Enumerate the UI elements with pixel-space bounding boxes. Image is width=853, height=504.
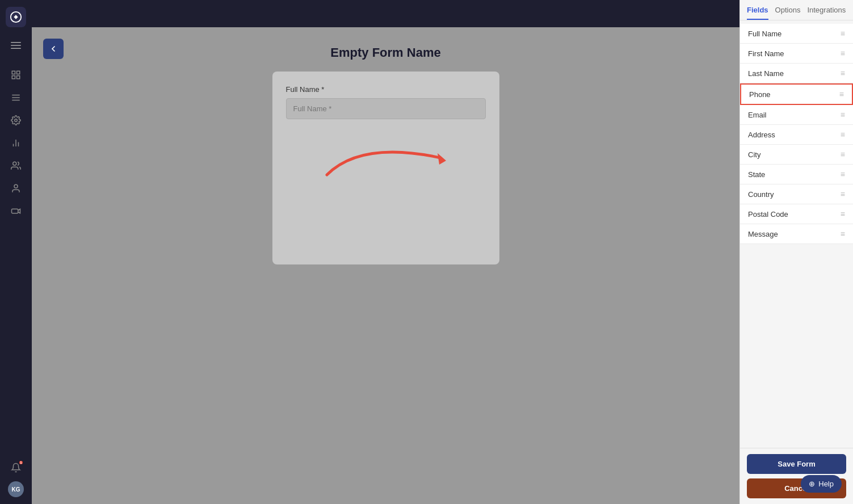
form-card: Full Name * xyxy=(272,72,499,264)
notification-icon[interactable]: 1 xyxy=(7,459,25,477)
drag-icon: ≡ xyxy=(841,170,845,179)
svg-point-15 xyxy=(13,162,16,165)
svg-rect-2 xyxy=(11,45,21,46)
sidebar-item-list[interactable] xyxy=(7,89,25,107)
drag-icon: ≡ xyxy=(841,190,845,199)
svg-rect-17 xyxy=(12,209,18,213)
sidebar-item-settings[interactable] xyxy=(7,111,25,129)
svg-rect-4 xyxy=(12,71,15,74)
field-item-email[interactable]: Email≡ xyxy=(740,105,853,125)
field-item-label: Postal Code xyxy=(748,210,788,219)
drag-icon: ≡ xyxy=(841,150,845,159)
drag-icon: ≡ xyxy=(841,229,845,238)
field-item-state[interactable]: State≡ xyxy=(740,165,853,184)
field-item-full-name[interactable]: Full Name≡ xyxy=(740,24,853,44)
save-form-button[interactable]: Save Form xyxy=(747,454,846,474)
top-bar xyxy=(32,0,739,27)
drag-icon: ≡ xyxy=(841,29,845,38)
help-button[interactable]: ⊕ Help xyxy=(801,475,842,493)
svg-point-16 xyxy=(14,184,18,188)
help-label: Help xyxy=(818,480,834,488)
field-item-label: City xyxy=(748,150,760,159)
field-item-label: Message xyxy=(748,230,778,238)
drag-icon: ≡ xyxy=(841,110,845,119)
content-area: Empty Form Name Full Name * xyxy=(32,27,739,504)
avatar[interactable]: KG xyxy=(8,481,24,497)
svg-rect-6 xyxy=(12,76,15,79)
svg-rect-5 xyxy=(17,71,20,74)
app-logo[interactable] xyxy=(6,7,26,27)
field-item-last-name[interactable]: Last Name≡ xyxy=(740,64,853,83)
form-title: Empty Form Name xyxy=(330,45,440,60)
field-item-label: Full Name xyxy=(748,30,781,38)
field-item-label: First Name xyxy=(748,49,784,58)
field-item-label: Phone xyxy=(749,90,771,99)
field-item-label: State xyxy=(748,170,765,179)
tab-integrations[interactable]: Integrations xyxy=(807,6,846,20)
field-item-postal-code[interactable]: Postal Code≡ xyxy=(740,204,853,224)
fields-list: Full Name≡First Name≡Last Name≡Phone≡Ema… xyxy=(740,20,853,448)
drag-icon: ≡ xyxy=(841,49,845,58)
svg-rect-1 xyxy=(11,42,21,43)
field-item-address[interactable]: Address≡ xyxy=(740,125,853,145)
field-item-city[interactable]: City≡ xyxy=(740,145,853,165)
svg-rect-3 xyxy=(11,48,21,49)
back-button[interactable] xyxy=(43,39,64,59)
field-item-label: Email xyxy=(748,111,767,119)
right-panel: Fields Options Integrations Full Name≡Fi… xyxy=(739,0,853,504)
drag-icon: ≡ xyxy=(841,69,845,78)
sidebar-item-video[interactable] xyxy=(7,202,25,220)
field-item-label: Country xyxy=(748,190,774,199)
drag-icon: ≡ xyxy=(839,90,844,99)
svg-rect-7 xyxy=(17,76,20,79)
full-name-input[interactable] xyxy=(286,98,486,119)
field-item-label: Address xyxy=(748,131,775,139)
drag-icon: ≡ xyxy=(841,209,845,219)
right-panel-tabs: Fields Options Integrations xyxy=(740,0,853,20)
drag-icon: ≡ xyxy=(841,130,845,139)
field-item-phone[interactable]: Phone≡ xyxy=(740,83,853,105)
field-item-country[interactable]: Country≡ xyxy=(740,184,853,204)
form-field-label: Full Name * xyxy=(286,85,486,94)
sidebar-bottom: 1 KG xyxy=(7,459,25,497)
sidebar: 1 KG xyxy=(0,0,32,504)
notification-count-badge: 1 xyxy=(18,460,24,465)
sidebar-item-chart[interactable] xyxy=(7,134,25,152)
main-content: Empty Form Name Full Name * xyxy=(32,0,739,504)
help-circle-icon: ⊕ xyxy=(809,480,815,488)
svg-point-11 xyxy=(15,119,18,122)
sidebar-item-dashboard[interactable] xyxy=(7,66,25,84)
field-item-label: Last Name xyxy=(748,69,784,78)
tab-options[interactable]: Options xyxy=(775,6,801,20)
sidebar-item-person[interactable] xyxy=(7,179,25,198)
menu-icon[interactable] xyxy=(7,36,25,54)
field-item-message[interactable]: Message≡ xyxy=(740,224,853,244)
sidebar-item-group[interactable] xyxy=(7,157,25,175)
field-item-first-name[interactable]: First Name≡ xyxy=(740,44,853,64)
tab-fields[interactable]: Fields xyxy=(747,6,768,20)
